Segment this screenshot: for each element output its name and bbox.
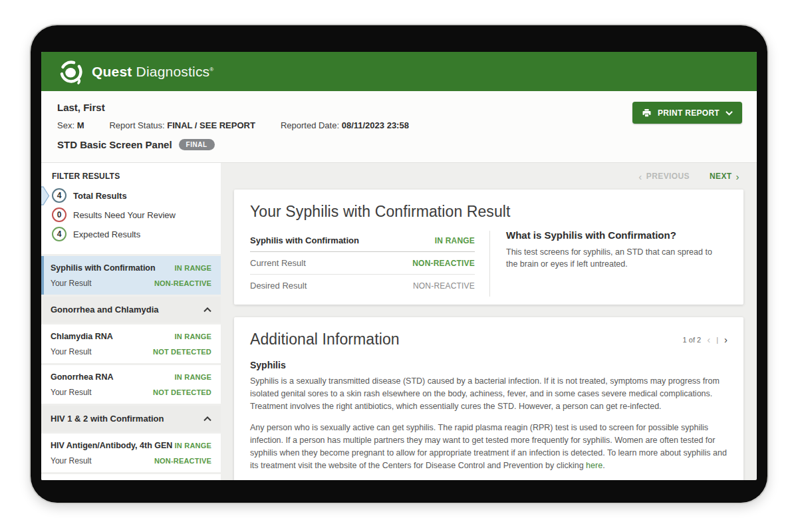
row-label: Current Result <box>250 258 306 268</box>
chevron-up-icon <box>203 307 211 313</box>
status-badge: IN RANGE <box>175 332 211 340</box>
final-status-badge: FINAL <box>179 139 215 150</box>
chevron-right-icon: › <box>736 172 739 182</box>
filter-total-results[interactable]: 4 Total Results <box>52 188 210 203</box>
print-report-label: PRINT REPORT <box>658 108 720 118</box>
test-name: HIV Antigen/Antibody, 4th GEN <box>51 441 172 450</box>
sidebar-item-syphilis[interactable]: Syphilis with Confirmation IN RANGE Your… <box>41 256 221 295</box>
additional-info-card: Additional Information 1 of 2 ‹ | › Syph… <box>234 317 743 480</box>
filter-need-review[interactable]: 0 Results Need Your Review <box>52 207 210 222</box>
cdc-here-link[interactable]: here <box>586 461 602 470</box>
results-sidebar: FILTER RESULTS 4 Total Results 0 Results… <box>41 163 221 480</box>
tablet-frame: Quest Diagnostics® Last, First Sex: M Re… <box>31 25 767 503</box>
row-label: Syphilis with Confirmation <box>250 235 359 245</box>
result-value: NOT DETECTED <box>153 388 211 396</box>
sidebar-item-gonorrhea-rna[interactable]: Gonorrhea RNA IN RANGE Your Result NOT D… <box>41 365 221 404</box>
test-name: Gonorrhea RNA <box>51 372 113 382</box>
test-name: Syphilis with Confirmation <box>51 263 156 273</box>
printer-icon <box>642 108 652 118</box>
sidebar-group-gonorrhea-chlamydia[interactable]: Gonorrhea and Chlamydia <box>41 297 221 323</box>
paragraph-text: Any person who is sexually active can ge… <box>250 423 727 469</box>
filter-expected-results[interactable]: 4 Expected Results <box>52 227 210 241</box>
panel-title: STD Basic Screen Panel <box>57 139 172 150</box>
info-pagination: 1 of 2 ‹ | › <box>683 334 728 344</box>
result-label: Your Result <box>51 456 92 466</box>
chevron-down-icon <box>726 110 733 116</box>
status-badge: IN RANGE <box>175 264 211 272</box>
group-name: HIV 1 & 2 with Confirmation <box>51 414 164 424</box>
sidebar-filler <box>41 474 221 480</box>
row-value: NON-REACTIVE <box>412 259 475 268</box>
result-navigation: ‹ PREVIOUS NEXT › <box>234 163 743 190</box>
screen: Quest Diagnostics® Last, First Sex: M Re… <box>41 52 757 480</box>
about-test-text: This test screens for syphilis, an STD t… <box>506 246 722 270</box>
reported-date: Reported Date: 08/11/2023 23:58 <box>281 120 409 130</box>
result-label: Your Result <box>51 388 92 397</box>
paragraph-text: . <box>602 461 604 470</box>
previous-result-button[interactable]: ‹ PREVIOUS <box>638 172 690 182</box>
sidebar-item-chlamydia-rna[interactable]: Chlamydia RNA IN RANGE Your Result NOT D… <box>41 325 221 363</box>
table-row: Current Result NON-REACTIVE <box>250 252 475 275</box>
info-section-title: Syphilis <box>250 360 728 370</box>
sidebar-group-hiv[interactable]: HIV 1 & 2 with Confirmation <box>41 406 221 432</box>
result-card-title: Your Syphilis with Confirmation Result <box>250 203 728 221</box>
result-value: NON-REACTIVE <box>154 279 211 287</box>
status-badge: IN RANGE <box>175 373 211 381</box>
main-content: ‹ PREVIOUS NEXT › Your Syphilis with Con… <box>221 163 757 480</box>
page-indicator: 1 of 2 <box>683 336 702 344</box>
report-status: Report Status: FINAL / SEE REPORT <box>109 120 255 130</box>
sidebar-item-hiv-antigen[interactable]: HIV Antigen/Antibody, 4th GEN IN RANGE Y… <box>41 434 221 472</box>
result-value: NOT DETECTED <box>153 348 211 356</box>
group-name: Gonorrhea and Chlamydia <box>51 305 159 315</box>
filter-label: Results Need Your Review <box>73 210 176 220</box>
table-row: Syphilis with Confirmation IN RANGE <box>250 229 475 252</box>
info-paragraph-2: Any person who is sexually active can ge… <box>250 422 728 471</box>
page-prev-icon[interactable]: ‹ <box>707 334 710 344</box>
row-value: IN RANGE <box>435 236 475 245</box>
next-result-button[interactable]: NEXT › <box>710 172 739 182</box>
next-label: NEXT <box>710 172 732 181</box>
syphilis-result-card: Your Syphilis with Confirmation Result S… <box>234 190 743 305</box>
additional-info-title: Additional Information <box>250 331 400 348</box>
patient-sex: Sex: M <box>57 120 84 130</box>
page-next-icon[interactable]: › <box>724 334 728 344</box>
chevron-left-icon: ‹ <box>638 172 642 182</box>
filter-label: Expected Results <box>73 229 140 239</box>
quest-logo: Quest Diagnostics® <box>57 58 213 86</box>
need-review-count: 0 <box>52 207 66 222</box>
result-value: NON-REACTIVE <box>154 457 211 465</box>
about-test-section: What is Syphilis with Confirmation? This… <box>506 229 728 297</box>
print-report-button[interactable]: PRINT REPORT <box>632 102 742 124</box>
total-results-count: 4 <box>52 188 66 203</box>
row-label: Desired Result <box>250 281 307 291</box>
info-paragraph-1: Syphilis is a sexually transmitted disea… <box>250 375 728 412</box>
filter-results-heading: FILTER RESULTS <box>52 172 210 181</box>
result-label: Your Result <box>51 279 92 288</box>
result-table: Syphilis with Confirmation IN RANGE Curr… <box>250 229 475 297</box>
test-name: Chlamydia RNA <box>51 332 113 341</box>
pagination-separator: | <box>716 336 718 344</box>
filter-results-panel: FILTER RESULTS 4 Total Results 0 Results… <box>41 163 221 254</box>
selected-filter-arrow-icon <box>41 186 50 208</box>
expected-results-count: 4 <box>52 227 66 241</box>
app-header: Quest Diagnostics® <box>41 52 757 91</box>
table-row: Desired Result NON-REACTIVE <box>250 275 475 297</box>
status-badge: IN RANGE <box>175 442 211 450</box>
about-test-title: What is Syphilis with Confirmation? <box>506 229 722 241</box>
vertical-divider <box>489 231 490 297</box>
brand-wordmark: Quest Diagnostics® <box>92 64 213 80</box>
chevron-up-icon <box>203 416 211 422</box>
previous-label: PREVIOUS <box>646 172 690 181</box>
result-label: Your Result <box>51 347 92 356</box>
row-value: NON-REACTIVE <box>413 281 475 291</box>
filter-label: Total Results <box>73 191 127 201</box>
patient-info-bar: Last, First Sex: M Report Status: FINAL … <box>41 91 757 163</box>
quest-q-icon <box>57 58 85 86</box>
